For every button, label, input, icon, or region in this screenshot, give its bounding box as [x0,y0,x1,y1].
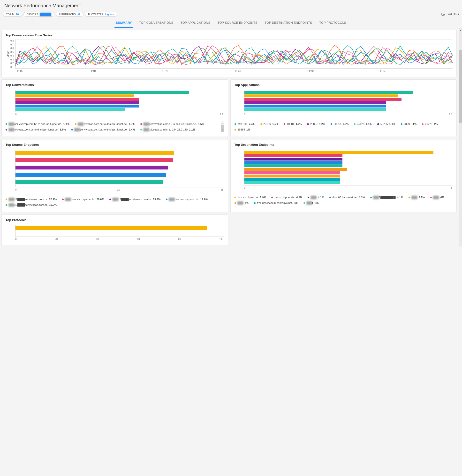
legend-item[interactable]: http (80) 2.4% [235,121,255,127]
hbar-chart[interactable] [15,225,224,237]
hbar-segment[interactable] [16,105,139,108]
hbar-x-ticks: 02.5 [244,113,453,116]
legend-item[interactable]: ███user.vivozap.com.br. 19.6% [166,197,208,202]
hbar-segment[interactable] [244,98,402,101]
legend-item[interactable]: 25857 1.2% [307,121,325,127]
legend-item[interactable]: ███19████ser.vivozap.com.br. 20.7% [6,197,57,202]
legend-item[interactable]: dnsp03.hansenet.de. 4.1% [329,195,365,200]
legend-dot-icon [62,198,64,200]
ts-y-ticks: 0.80.70.60.50.40.30.20.1 [10,40,15,68]
filter-topn[interactable]: TOP N: 10 [3,12,22,17]
hbar-segment[interactable] [244,154,343,157]
hbar-segment[interactable] [244,105,386,108]
page-header: Network Performance Management [0,0,462,10]
legend-item[interactable]: nxr.isp.t-ipnet.de. 4.1% [271,195,302,200]
legend-item[interactable]: ███ser.vivozap.com.br. to dns.isp.t-ipne… [140,121,204,127]
legend-item[interactable]: ███ 4% [430,195,444,200]
legend-item[interactable]: 29585 1% [235,127,251,132]
hbar-segment[interactable] [244,161,343,164]
hbar-segment[interactable] [16,98,139,101]
legend-dot-icon [235,202,236,204]
tab-top-source-endpoints[interactable]: TOP SOURCE ENDPOINTS [216,18,259,28]
hbar-segment[interactable] [244,91,413,94]
legend-dot-icon [235,197,236,198]
hbar-segment[interactable] [244,171,340,174]
legend-item[interactable]: ███ vivozap.com.br. to 194.25.2.130 1.1% [140,127,195,132]
legend-item[interactable]: dns.isp.t-ipnet.de. 7.9% [235,195,266,200]
legend-label: ███ [412,195,417,200]
tab-top-destination-endpoints[interactable]: TOP DESTINATION ENDPOINTS [263,18,314,28]
filter-interfaces[interactable]: INTERFACES: All [56,12,84,17]
hbar-segment[interactable] [244,181,340,184]
tab-top-applications[interactable]: TOP APPLICATIONS [179,18,212,28]
legend-item[interactable]: ███ vivozap.com.br. to dns.isp.t-ipnet.d… [6,127,66,132]
legend-item[interactable]: ███ vivozap.com.br. to dns.isp.t-ipnet.d… [75,121,135,127]
legend-item[interactable]: 23186 1.5% [260,121,278,127]
legend-item[interactable]: 28290 1% [401,121,417,127]
hbar-chart[interactable] [15,90,224,112]
hbar-segment[interactable] [16,173,166,177]
legend-label: ███ [433,195,439,200]
legend-label: dns.isp.t-ipnet.de. [238,195,259,200]
hbar-chart[interactable] [244,150,453,186]
legend-item[interactable]: ███ 4.1% [409,195,425,200]
legend-item[interactable]: 58295 1.1% [377,121,395,127]
legend: ███19████ser.vivozap.com.br. 20.7%███use… [6,197,224,207]
legend-pct: 1% [413,121,417,127]
legend-label: 25857 [310,121,318,127]
hbar-segment[interactable] [16,158,173,162]
legend-item[interactable]: 26225 1% [422,121,438,127]
hbar-segment[interactable] [244,175,340,178]
hbar-chart[interactable] [244,90,453,112]
legend-pct: 4.1% [296,195,302,200]
hbar-segment[interactable] [16,108,125,111]
ts-plot-area[interactable] [15,40,453,68]
legend-item[interactable]: ███19████ser.vivozap.com.br. 19.9% [109,197,160,202]
legend-item[interactable]: ███2████████ 4.1% [370,195,403,200]
legend-item[interactable]: 19901 1.2% [284,121,302,127]
hbar-segment[interactable] [16,166,168,170]
hbar-x-ticks: 08 [244,187,453,189]
hbar-segment[interactable] [244,101,386,104]
hbar-segment[interactable] [244,108,386,111]
tab-top-protocols[interactable]: TOP PROTOCOLS [318,18,347,28]
hbar-segment[interactable] [244,168,347,171]
hbar-segment[interactable] [244,178,340,181]
legend-pct: 1.1% [366,121,372,127]
filter-devices[interactable]: DEVICES: ██████ [24,12,54,17]
legend-dot-icon [71,129,73,130]
hbar-segment[interactable] [16,94,134,97]
hbar-segment[interactable] [244,151,434,154]
tab-summary[interactable]: SUMMARY [115,18,133,28]
legend-dot-icon [401,123,403,125]
tab-top-conversations[interactable]: TOP CONVERSATIONS [138,18,175,28]
filter-flowtype[interactable]: FLOW TYPE: Ingress [85,12,117,17]
scroll-down-icon[interactable]: ▾ [221,128,224,132]
legend-item[interactable]: ███ser.vivozap.com.br. to dns.isp.t-ipne… [6,121,69,127]
hbar-segment[interactable] [16,226,207,230]
time-range-picker[interactable]: Last Hour [441,12,459,16]
legend-item[interactable]: ███ 4% [235,200,249,205]
legend-item[interactable]: 50518 1.2% [331,121,349,127]
hbar-segment[interactable] [16,91,189,94]
hbar-segment[interactable] [16,151,174,155]
page-scrollbar-thumb[interactable] [459,50,462,123]
legend-pct: 7.9% [260,195,266,200]
scroll-up-icon[interactable]: ▴ [459,29,462,31]
hbar-segment[interactable] [244,158,343,161]
legend-scrollbar[interactable]: ▴▾ [221,121,224,132]
legend-item[interactable]: frnk.dnscache.mediaways.net. 4% [254,200,298,205]
legend-pct: 4% [245,200,249,205]
hbar-chart[interactable] [15,150,224,187]
legend-item[interactable]: ███19████ser.vivozap.com.br. 19.2% [6,202,57,207]
panel-top-applications: Top Applications02.5http (80) 2.4%23186 … [230,79,457,137]
legend-item[interactable]: ███ 4.1% [308,195,324,200]
legend-item[interactable]: ███ser.vivozap.com.br. to dns.isp.t-ipne… [71,127,135,132]
hbar-segment[interactable] [16,101,139,104]
hbar-segment[interactable] [244,94,398,97]
hbar-segment[interactable] [244,164,343,167]
legend-item[interactable]: 35625 1.1% [354,121,372,127]
legend-item[interactable]: ███t. 4% [303,200,319,205]
hbar-segment[interactable] [16,180,163,184]
legend-item[interactable]: ███user.vivozap.com.br. 20.6% [62,197,104,202]
